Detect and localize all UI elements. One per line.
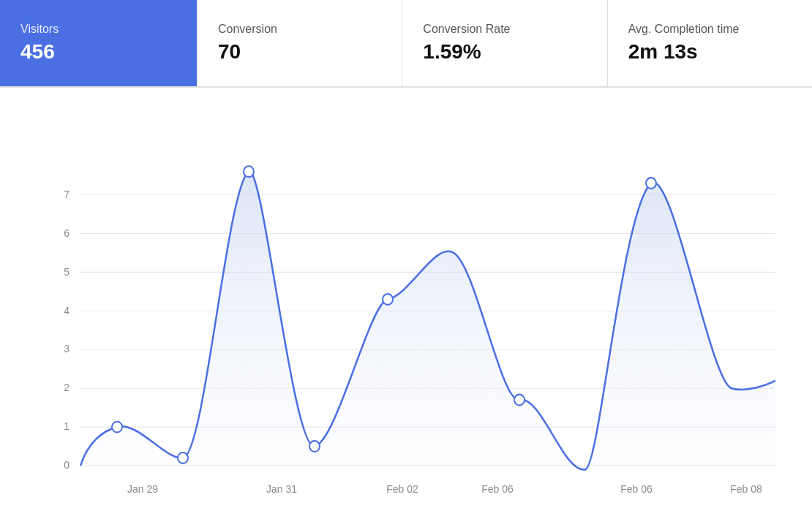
svg-text:Feb 02: Feb 02 bbox=[386, 483, 418, 495]
avg-completion-card: Avg. Completion time 2m 13s bbox=[608, 0, 812, 86]
conversion-label: Conversion bbox=[218, 23, 381, 36]
conversion-rate-label: Conversion Rate bbox=[423, 23, 586, 36]
svg-text:3: 3 bbox=[64, 343, 69, 355]
svg-text:Jan 31: Jan 31 bbox=[266, 483, 297, 495]
svg-text:7: 7 bbox=[64, 188, 69, 200]
svg-text:Feb 06: Feb 06 bbox=[481, 483, 514, 495]
data-point-6 bbox=[514, 395, 525, 406]
svg-text:5: 5 bbox=[64, 265, 69, 277]
conversion-value: 70 bbox=[218, 40, 381, 64]
svg-text:6: 6 bbox=[64, 227, 69, 238]
visitors-value: 456 bbox=[20, 40, 176, 64]
data-point-2 bbox=[178, 452, 188, 463]
avg-completion-label: Avg. Completion time bbox=[628, 23, 792, 36]
data-point-1 bbox=[112, 422, 122, 433]
conversion-card: Conversion 70 bbox=[198, 0, 402, 86]
svg-text:2: 2 bbox=[64, 382, 69, 393]
data-point-4 bbox=[309, 441, 320, 452]
stats-row: Visitors 456 Conversion 70 Conversion Ra… bbox=[0, 0, 812, 88]
chart-area: 0 1 2 3 4 5 6 7 bbox=[0, 88, 812, 519]
svg-text:Feb 08: Feb 08 bbox=[730, 483, 762, 495]
svg-text:4: 4 bbox=[64, 304, 69, 316]
conversion-rate-value: 1.59% bbox=[423, 40, 586, 64]
chart-container: 0 1 2 3 4 5 6 7 bbox=[37, 110, 783, 504]
visitors-label: Visitors bbox=[20, 23, 176, 36]
chart-area-fill bbox=[80, 171, 775, 469]
svg-text:Feb 06: Feb 06 bbox=[620, 483, 653, 495]
svg-text:1: 1 bbox=[64, 420, 69, 432]
conversion-rate-card: Conversion Rate 1.59% bbox=[402, 0, 607, 86]
data-point-5 bbox=[383, 294, 393, 305]
data-point-7 bbox=[646, 178, 656, 189]
svg-text:Jan 29: Jan 29 bbox=[127, 483, 158, 495]
visitors-card: Visitors 456 bbox=[0, 0, 198, 86]
svg-text:0: 0 bbox=[64, 459, 69, 471]
avg-completion-value: 2m 13s bbox=[628, 40, 792, 64]
chart-svg: 0 1 2 3 4 5 6 7 bbox=[37, 110, 783, 504]
dashboard: Visitors 456 Conversion 70 Conversion Ra… bbox=[0, 0, 812, 519]
data-point-3 bbox=[244, 166, 254, 177]
